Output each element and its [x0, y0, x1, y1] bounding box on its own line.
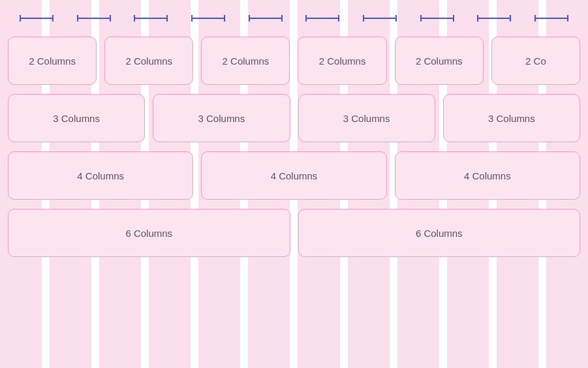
ruler-mark-9	[466, 12, 523, 25]
block-6col-2: 6 Columns	[298, 209, 581, 257]
ruler-mark-10	[523, 12, 580, 25]
block-4col-2: 4 Columns	[201, 151, 386, 200]
ruler-mark-1	[8, 12, 65, 25]
block-3col-3: 3 Columns	[298, 94, 435, 142]
block-6col-1: 6 Columns	[8, 209, 290, 257]
block-2col-3: 2 Columns	[201, 37, 290, 85]
block-2col-6: 2 Co	[491, 37, 580, 85]
row-3-columns: 3 Columns 3 Columns 3 Columns 3 Columns	[7, 94, 581, 142]
ruler-mark-2	[65, 12, 123, 25]
ruler-mark-5	[237, 12, 294, 25]
block-4col-1: 4 Columns	[8, 151, 193, 200]
block-4col-3: 4 Columns	[395, 151, 580, 200]
ruler-mark-8	[409, 12, 466, 25]
row-2-columns: 2 Columns 2 Columns 2 Columns 2 Columns …	[7, 37, 581, 85]
block-3col-1: 3 Columns	[8, 94, 145, 142]
ruler-mark-6	[294, 12, 352, 25]
row-6-columns: 6 Columns 6 Columns	[7, 209, 581, 257]
block-2col-5: 2 Columns	[395, 37, 484, 85]
block-2col-2: 2 Columns	[104, 37, 193, 85]
block-3col-2: 3 Columns	[153, 94, 290, 142]
main-content: 2 Columns 2 Columns 2 Columns 2 Columns …	[0, 0, 588, 368]
row-4-columns: 4 Columns 4 Columns 4 Columns	[7, 151, 581, 200]
ruler-mark-4	[179, 12, 237, 25]
ruler-mark-7	[351, 12, 409, 25]
block-2col-4: 2 Columns	[298, 37, 386, 85]
block-3col-4: 3 Columns	[443, 94, 580, 142]
block-2col-1: 2 Columns	[8, 37, 97, 85]
ruler-row	[7, 0, 581, 37]
ruler-mark-3	[122, 12, 179, 25]
